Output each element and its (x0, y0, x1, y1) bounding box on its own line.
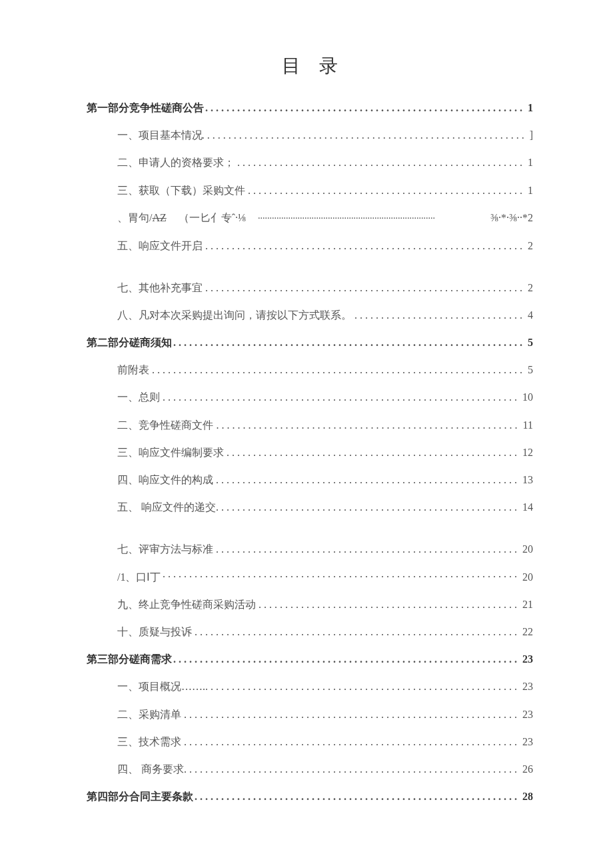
toc-leader (184, 763, 520, 775)
toc-entry: 三、技术需求 23 (87, 735, 533, 748)
toc-list: 第一部分竞争性磋商公告1一、项目基本情况]二、申请人的资格要求；1三、获取（下载… (87, 101, 533, 803)
toc-leader (203, 129, 527, 141)
toc-leader (213, 543, 520, 555)
toc-page: 1 (525, 184, 533, 197)
toc-entry: 七、其他补充事宜2 (87, 281, 533, 294)
toc-label: 三、响应文件编制要求 (117, 446, 224, 459)
toc-page: 10 (520, 391, 533, 403)
toc-section: 第二部分磋商须知5 (87, 336, 533, 349)
toc-label: 一、项目基本情况 (117, 129, 203, 141)
toc-label: 第四部分合同主要条款 (87, 790, 193, 803)
toc-page: 1 (525, 101, 533, 114)
toc-page: 28 (520, 790, 533, 803)
toc-entry: 九、终止竞争性磋商采购活动21 (87, 598, 533, 611)
toc-page: 23 (520, 680, 533, 693)
toc-leader (258, 213, 488, 225)
toc-section: 第四部分合同主要条款28 (87, 790, 533, 803)
toc-entry: 一、项目基本情况] (87, 129, 533, 141)
toc-entry: 五、 响应文件的递交14 (87, 501, 533, 513)
toc-entry: 二、申请人的资格要求；1 (87, 156, 533, 169)
toc-entry: /1、口Ⅰ丁20 (87, 571, 533, 583)
toc-leader (224, 446, 520, 459)
toc-page: 2 (525, 281, 533, 294)
toc-label: 五、响应文件开启 (117, 239, 203, 252)
toc-label: 四、 商务要求 (117, 763, 184, 775)
toc-leader (193, 790, 520, 803)
toc-page: 20 (520, 571, 533, 583)
toc-leader (181, 708, 520, 721)
toc-leader (208, 680, 520, 693)
toc-section: 第三部分磋商需求23 (87, 653, 533, 665)
toc-leader (352, 309, 525, 321)
toc-title: 目录 (87, 53, 533, 79)
toc-page: 26 (520, 763, 533, 775)
toc-label: 第三部分磋商需求 (87, 653, 172, 665)
toc-leader (216, 501, 520, 513)
document-page: 目录 第一部分竞争性磋商公告1一、项目基本情况]二、申请人的资格要求；1三、获取… (0, 0, 613, 868)
toc-gap (87, 528, 533, 543)
toc-mid: （一匕亻专ˆ·⅛ (167, 211, 258, 224)
toc-leader (160, 391, 520, 403)
toc-label: 七、评审方法与标准 (117, 543, 213, 555)
toc-leader (192, 625, 520, 638)
toc-entry: 二、竞争性磋商文件11 (87, 419, 533, 431)
toc-label: 三、获取（下载）采购文件 (117, 184, 245, 197)
toc-entry: 四、响应文件的构成13 (87, 473, 533, 486)
toc-label: 八、凡对本次采购提出询问，请按以下方式联系。 (117, 309, 352, 321)
toc-leader (203, 281, 525, 294)
toc-entry: 、胃句/AZ（一匕亻专ˆ·⅛⅜·*·⅜··*2 (87, 211, 533, 225)
toc-leader (149, 363, 525, 376)
toc-page: 20 (520, 543, 533, 555)
toc-label-strike: AZ (152, 212, 166, 223)
toc-entry: 二、采购清单23 (87, 708, 533, 721)
toc-entry: 八、凡对本次采购提出询问，请按以下方式联系。4 (87, 309, 533, 321)
toc-label: 一、项目概况…….. (117, 680, 208, 693)
toc-label: 第一部分竞争性磋商公告 (87, 101, 204, 114)
toc-page: 23 (520, 653, 533, 665)
toc-page: 11 (520, 419, 533, 431)
toc-page: 1 (525, 156, 533, 169)
toc-page: 5 (525, 336, 533, 349)
toc-label: 四、响应文件的构成 (117, 473, 213, 486)
toc-page: ] (527, 129, 533, 141)
toc-leader (203, 239, 525, 252)
toc-label: 二、采购清单 (117, 708, 181, 721)
toc-label: /1、口Ⅰ丁 (117, 571, 161, 583)
toc-label: 九、终止竞争性磋商采购活动 (117, 598, 256, 611)
toc-label: 七、其他补充事宜 (117, 281, 203, 294)
toc-entry: 一、总则10 (87, 391, 533, 403)
toc-page: 23 (520, 735, 533, 748)
toc-leader (245, 184, 525, 197)
toc-page: 5 (525, 363, 533, 376)
toc-leader (204, 101, 525, 114)
toc-label: 十、质疑与投诉 (117, 625, 192, 638)
toc-leader (172, 336, 525, 349)
toc-leader (181, 735, 520, 748)
toc-label: 一、总则 (117, 391, 160, 403)
toc-entry: 三、响应文件编制要求12 (87, 446, 533, 459)
toc-page: 21 (520, 598, 533, 611)
toc-leader (256, 598, 520, 611)
toc-label: 二、竞争性磋商文件 (117, 419, 213, 431)
toc-label: 、胃句/AZ (117, 211, 167, 224)
toc-entry: 一、项目概况……..23 (87, 680, 533, 693)
toc-entry: 十、质疑与投诉22 (87, 625, 533, 638)
toc-entry: 五、响应文件开启2 (87, 239, 533, 252)
toc-gap (87, 267, 533, 281)
toc-section: 第一部分竞争性磋商公告1 (87, 101, 533, 114)
toc-leader (161, 571, 520, 583)
toc-label: 五、 响应文件的递交 (117, 501, 216, 513)
toc-leader (213, 419, 520, 431)
toc-page: ⅜·*·⅜··*2 (488, 211, 533, 224)
toc-entry: 七、评审方法与标准20 (87, 543, 533, 555)
toc-label: 前附表 (117, 363, 149, 376)
toc-leader (172, 653, 520, 665)
toc-page: 14 (520, 501, 533, 513)
toc-leader (235, 156, 525, 169)
toc-leader (213, 473, 520, 486)
toc-page: 13 (520, 473, 533, 486)
toc-entry: 三、获取（下载）采购文件1 (87, 184, 533, 197)
toc-page: 2 (525, 239, 533, 252)
toc-label: 二、申请人的资格要求； (117, 156, 235, 169)
toc-page: 23 (520, 708, 533, 721)
